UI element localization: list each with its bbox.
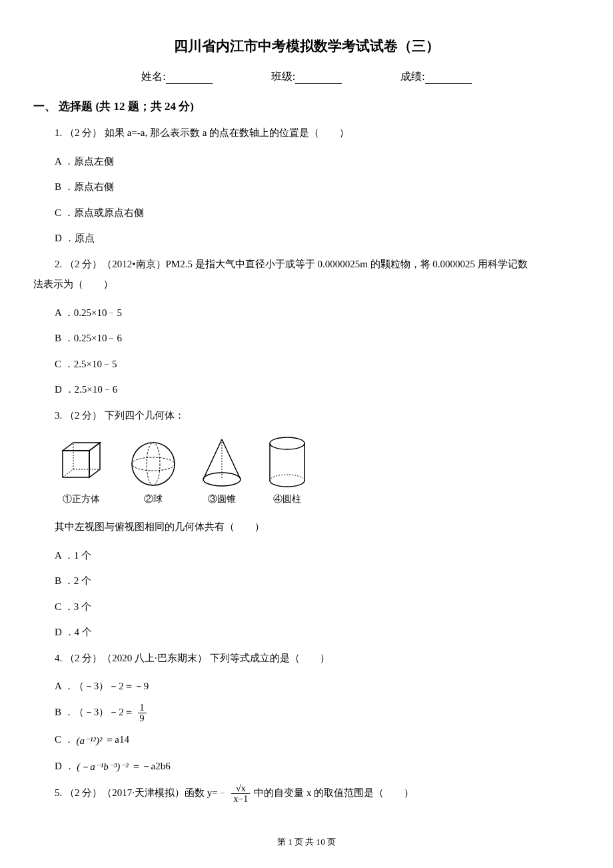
q2-option-d: D ．2.5×10﹣6 [55,380,580,399]
name-blank[interactable] [166,73,213,84]
svg-point-13 [270,437,305,449]
q3-option-b: B ．2 个 [55,571,580,591]
q1-option-a: A ．原点左侧 [55,152,580,171]
fraction-1-9: 1 9 [138,703,147,724]
q4-c-post: ＝a14 [105,734,129,745]
question-4-stem: 4. （2 分）（2020 八上·巴东期末） 下列等式成立的是（ ） [55,649,580,668]
shape-cube-label: ①正方体 [55,493,108,505]
shape-cone-label: ③圆锥 [199,493,245,505]
q3-option-c: C ．3 个 [55,597,580,617]
q4-c-pre: C ． [55,734,74,745]
q4-option-b: B ．（－3）－2＝ 1 9 [55,703,580,724]
class-label: 班级: [271,70,295,84]
q4-option-c: C ． (a⁻¹²)² ＝a14 [55,730,580,750]
q4-option-a: A ．（－3）－2＝－9 [55,677,580,696]
student-info-row: 姓名: 班级: 成绩: [33,70,580,84]
q5-frac-den: x−1 [231,794,250,804]
svg-marker-0 [63,451,89,477]
q1-option-b: B ．原点右侧 [55,177,580,197]
question-5-stem: 5. （2 分）（2017·天津模拟）函数 y=﹣ √x x−1 中的自变量 x… [55,783,580,805]
shape-cone: ③圆锥 [199,434,245,505]
name-label: 姓名: [141,70,165,84]
q5-frac-num: √x [231,783,250,794]
question-3-stem2: 其中左视图与俯视图相同的几何体共有（ ） [55,517,580,537]
sphere-icon [127,437,180,491]
q4-d-pre: D ． [55,761,75,771]
svg-line-3 [63,469,73,477]
shape-cube: ①正方体 [55,437,108,505]
q4-d-expr: (－a⁻¹b⁻³)⁻² [77,757,128,777]
q4-d-post: ＝－a2b6 [131,761,171,771]
svg-point-6 [132,443,175,485]
q2-option-b: B ．0.25×10﹣6 [55,329,580,348]
question-3-stem: 3. （2 分） 下列四个几何体： [55,406,580,425]
q5-fraction: √x x−1 [231,783,250,805]
svg-point-8 [147,443,160,485]
q4-option-d: D ． (－a⁻¹b⁻³)⁻² ＝－a2b6 [55,757,580,777]
svg-point-7 [132,457,175,471]
score-label: 成绩: [400,70,424,84]
q1-option-c: C ．原点或原点右侧 [55,203,580,223]
q4-b-text: B ．（－3）－2＝ [55,707,134,717]
cone-icon [199,434,245,491]
section-1-header: 一、 选择题 (共 12 题；共 24 分) [33,99,580,114]
page-title: 四川省内江市中考模拟数学考试试卷（三） [33,37,580,55]
question-2-stem-cont: 法表示为（ ） [33,275,580,294]
score-blank[interactable] [425,73,472,84]
shape-sphere-label: ②球 [127,493,180,505]
q2-option-a: A ．0.25×10﹣5 [55,303,580,323]
frac-num: 1 [138,703,147,713]
q4-c-expr: (a⁻¹²)² [77,731,103,751]
frac-den: 9 [138,713,147,723]
page-footer: 第 1 页 共 10 页 [0,836,613,848]
question-1-stem: 1. （2 分） 如果 a=-a, 那么表示数 a 的点在数轴上的位置是（ ） [55,123,580,143]
shape-cylinder: ④圆柱 [264,434,310,505]
q5-stem-post: 中的自变量 x 的取值范围是（ ） [254,787,414,798]
q1-option-d: D ．原点 [55,229,580,248]
cylinder-icon [264,434,310,491]
shape-sphere: ②球 [127,437,180,505]
question-2-stem: 2. （2 分）（2012•南京）PM2.5 是指大气中直径小于或等于 0.00… [55,255,580,274]
shapes-row: ①正方体 ②球 ③圆锥 ④圆柱 [55,434,580,505]
q3-option-d: D ．4 个 [55,623,580,642]
class-blank[interactable] [295,73,342,84]
q3-option-a: A ．1 个 [55,546,580,565]
q2-option-c: C ．2.5×10﹣5 [55,355,580,374]
svg-marker-2 [89,443,100,477]
cube-icon [55,437,108,491]
shape-cylinder-label: ④圆柱 [264,493,310,505]
q5-stem-pre: 5. （2 分）（2017·天津模拟）函数 y=﹣ [55,787,230,798]
